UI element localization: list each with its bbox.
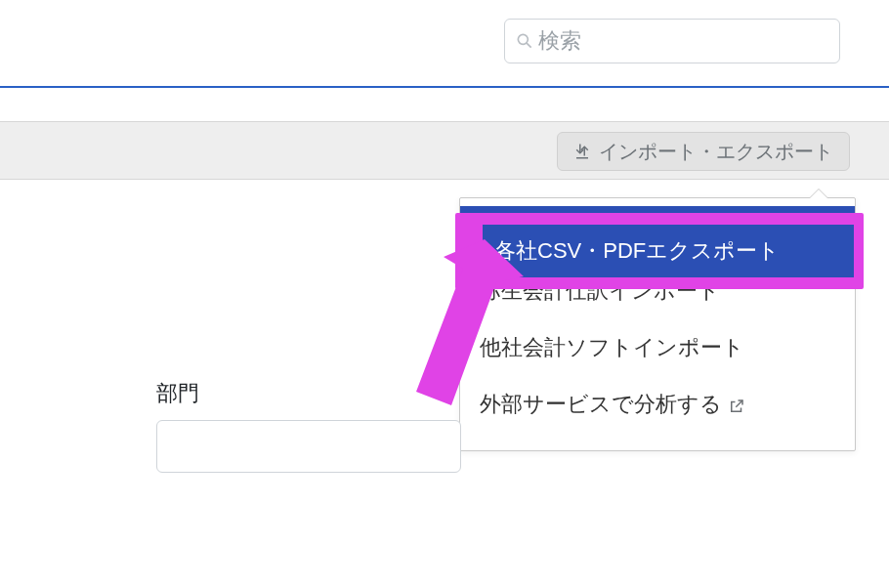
department-label: 部門 xyxy=(156,379,850,408)
menu-item-0[interactable]: 各社CSV・PDFエクスポート xyxy=(460,206,855,263)
search-box[interactable] xyxy=(504,19,840,63)
import-export-button[interactable]: インポート・エクスポート xyxy=(557,132,850,171)
menu-item-label: 弥生会計仕訳インポート xyxy=(480,276,720,306)
import-export-icon xyxy=(573,143,591,160)
search-icon xyxy=(515,31,534,51)
header-divider xyxy=(0,86,889,88)
menu-item-label: 各社CSV・PDFエクスポート xyxy=(480,220,765,249)
menu-item-2[interactable]: 他社会計ソフトインポート xyxy=(460,319,855,376)
toolbar: インポート・エクスポート xyxy=(0,121,889,180)
form-area: 部門 xyxy=(156,379,850,473)
svg-line-1 xyxy=(527,43,531,48)
search-input[interactable] xyxy=(538,28,829,54)
menu-item-1[interactable]: 弥生会計仕訳インポート xyxy=(460,263,855,319)
svg-point-0 xyxy=(518,34,528,44)
menu-item-label: 他社会計ソフトインポート xyxy=(480,333,744,362)
top-bar xyxy=(504,19,840,63)
import-export-label: インポート・エクスポート xyxy=(599,139,833,165)
department-input[interactable] xyxy=(156,420,461,473)
